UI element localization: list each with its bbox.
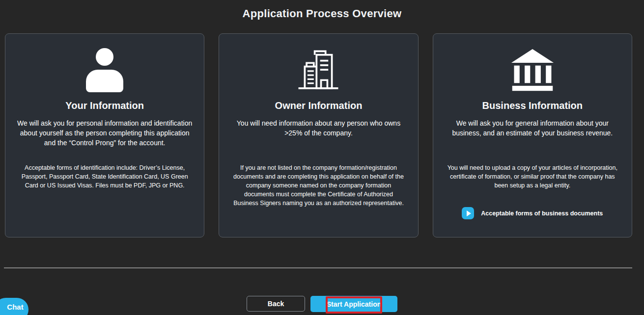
card-note: If you are not listed on the company for… bbox=[231, 163, 406, 208]
office-buildings-icon bbox=[296, 48, 341, 93]
card-owner-information: Owner Information You will need informat… bbox=[219, 33, 418, 237]
card-description: We will ask you for general information … bbox=[445, 118, 620, 151]
bank-icon bbox=[510, 48, 555, 93]
card-your-information: Your Information We will ask you for per… bbox=[5, 33, 204, 237]
card-note: You will need to upload a copy of your a… bbox=[445, 163, 620, 190]
card-title: Business Information bbox=[482, 99, 583, 112]
person-icon bbox=[86, 48, 123, 93]
card-title: Owner Information bbox=[275, 99, 363, 112]
card-description: You will need information about any pers… bbox=[231, 118, 406, 151]
footer-buttons: Back Start Application bbox=[0, 296, 644, 312]
back-button[interactable]: Back bbox=[247, 296, 305, 312]
start-application-button[interactable]: Start Application bbox=[310, 296, 397, 312]
card-note: Acceptable forms of identification inclu… bbox=[17, 163, 192, 190]
play-icon[interactable] bbox=[462, 207, 474, 219]
chat-button[interactable]: Chat bbox=[0, 298, 28, 315]
doc-link-label: Acceptable forms of business documents bbox=[481, 210, 603, 217]
card-list: Your Information We will ask you for per… bbox=[5, 33, 632, 237]
card-title: Your Information bbox=[65, 99, 144, 112]
start-application-label: Start Application bbox=[327, 300, 382, 308]
card-description: We will ask you for personal information… bbox=[17, 118, 192, 151]
acceptable-business-documents-link[interactable]: Acceptable forms of business documents bbox=[462, 207, 603, 219]
card-business-information: Business Information We will ask you for… bbox=[433, 33, 632, 237]
section-divider bbox=[4, 267, 632, 268]
page-title: Application Process Overview bbox=[0, 0, 644, 21]
